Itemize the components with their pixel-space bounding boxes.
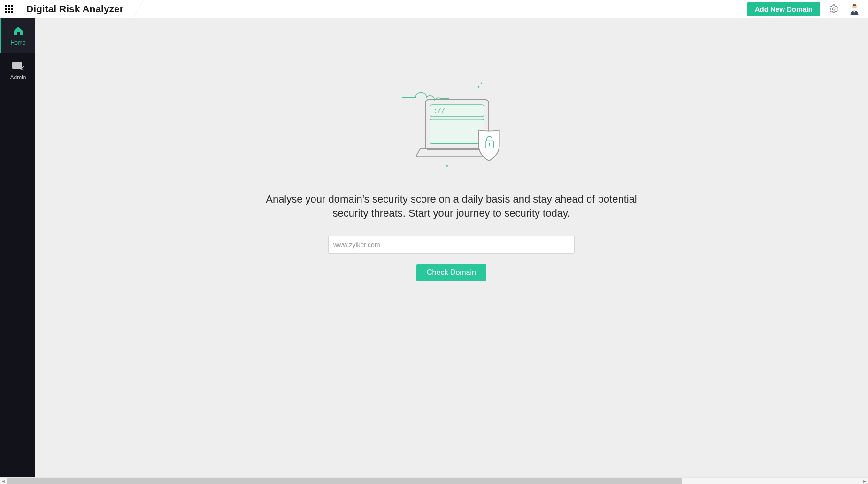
scroll-thumb[interactable] [7, 478, 682, 484]
sidebar-item-admin[interactable]: Admin [0, 53, 35, 88]
hero-description: Analyse your domain's security score on … [264, 192, 639, 220]
app-title: Digital Risk Analyzer [18, 0, 132, 18]
scroll-right-arrow[interactable]: ► [861, 479, 868, 484]
svg-rect-12 [430, 119, 484, 144]
sidebar: Home Admin [0, 18, 35, 477]
apps-grid-icon [5, 5, 13, 13]
home-icon [12, 25, 25, 37]
add-new-domain-button[interactable]: Add New Domain [747, 2, 820, 16]
settings-button[interactable] [826, 1, 842, 17]
gear-icon [829, 4, 839, 14]
svg-point-6 [16, 62, 16, 63]
admin-icon [12, 60, 25, 71]
sidebar-item-home[interactable]: Home [0, 18, 35, 53]
svg-text:://: :// [433, 107, 445, 114]
scroll-track[interactable] [7, 478, 861, 484]
svg-point-5 [15, 62, 15, 63]
svg-point-8 [480, 82, 482, 84]
sidebar-item-label: Home [10, 39, 25, 46]
svg-point-7 [21, 68, 23, 70]
scroll-left-arrow[interactable]: ◄ [0, 479, 7, 484]
main-content: :// Analyse your domain's security score… [35, 18, 868, 477]
profile-avatar-button[interactable] [845, 0, 863, 18]
apps-launcher-button[interactable] [0, 0, 18, 18]
check-domain-button[interactable]: Check Domain [416, 264, 486, 281]
body-area: Home Admin [0, 18, 868, 477]
avatar-icon [848, 2, 861, 16]
svg-point-0 [832, 8, 835, 10]
sidebar-item-label: Admin [10, 74, 26, 81]
hero-illustration: :// [398, 79, 506, 173]
svg-point-4 [14, 62, 14, 63]
top-bar: Digital Risk Analyzer Add New Domain [0, 0, 868, 18]
domain-input[interactable] [328, 236, 575, 254]
horizontal-scrollbar[interactable]: ◄ ► [0, 477, 868, 484]
